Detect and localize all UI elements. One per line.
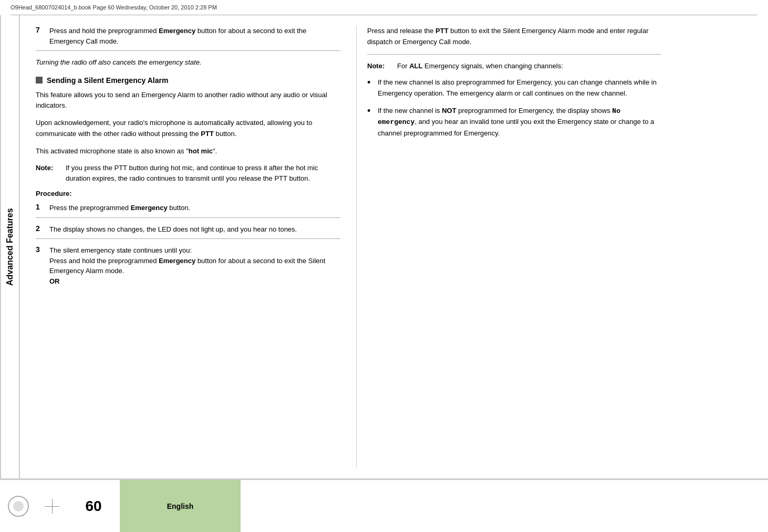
bullet-text-2: If the new channel is NOT preprogrammed …: [378, 106, 661, 139]
para3: This activated microphone state is also …: [36, 146, 340, 157]
all-bold: ALL: [409, 62, 422, 70]
page-number: 60: [85, 498, 101, 515]
right-note-block: Note: For ALL Emergency signals, when ch…: [367, 61, 661, 71]
bullet-dot-2: •: [367, 106, 373, 139]
italic-note: Turning the radio off also cancels the e…: [36, 57, 340, 68]
language-tab: English: [120, 480, 241, 532]
step-2-divider: [36, 238, 340, 239]
right-column: Press and release the PTT button to exit…: [356, 26, 661, 468]
footer: 60 English: [0, 479, 768, 532]
section-icon: [36, 77, 43, 84]
step-1-text: Press the preprogrammed Emergency button…: [49, 203, 190, 213]
logo-area: [0, 480, 37, 532]
right-note-content: For ALL Emergency signals, when changing…: [397, 61, 661, 71]
note-block: Note: If you press the PTT button during…: [36, 163, 340, 183]
sidebar-tab: Advanced Features: [0, 15, 20, 478]
procedure-label: Procedure:: [36, 190, 340, 197]
bullet-item-1: • If the new channel is also preprogramm…: [367, 77, 661, 99]
para1: This feature allows you to send an Emerg…: [36, 90, 340, 112]
right-note-label: Note:: [367, 61, 391, 71]
ptt-bold-2: PTT: [435, 27, 449, 35]
not-bold: NOT: [442, 107, 456, 114]
step-7-divider: [36, 50, 340, 51]
note-content: If you press the PTT button during hot m…: [66, 163, 340, 183]
step-3-text: The silent emergency state continues unt…: [49, 245, 340, 286]
step-2: 2 The display shows no changes, the LED …: [36, 224, 340, 235]
section-heading-text: Sending a Silent Emergency Alarm: [47, 76, 168, 85]
language-label: English: [167, 502, 194, 510]
bullet-text-1: If the new channel is also preprogrammed…: [378, 77, 661, 99]
logo-circle: [8, 496, 29, 517]
bullet-dot-1: •: [367, 77, 373, 99]
step-7-text: Press and hold the preprogrammed Emergen…: [49, 26, 340, 46]
hot-mic-bold: hot mic: [189, 147, 213, 155]
step-1: 1 Press the preprogrammed Emergency butt…: [36, 203, 340, 213]
no-emergency-mono: No emergency: [378, 107, 620, 127]
footer-cross-container: [45, 499, 59, 514]
bullet-list: • If the new channel is also preprogramm…: [367, 77, 661, 139]
step-1-number: 1: [36, 203, 45, 213]
footer-crosshair: [37, 480, 67, 532]
or-label: OR: [49, 277, 60, 285]
right-intro: Press and release the PTT button to exit…: [367, 26, 661, 48]
step-3-number: 3: [36, 245, 45, 286]
right-divider: [367, 54, 661, 55]
step-7-number: 7: [36, 26, 45, 46]
bullet-item-2: • If the new channel is NOT preprogramme…: [367, 106, 661, 139]
note-label: Note:: [36, 163, 59, 183]
logo-inner: [13, 501, 24, 512]
step-1-divider: [36, 217, 340, 218]
para2: Upon acknowledgement, your radio's micro…: [36, 118, 340, 140]
header-bar: O9Head_68007024014_b.book Page 60 Wednes…: [0, 0, 768, 15]
step-2-number: 2: [36, 224, 45, 235]
step-3: 3 The silent emergency state continues u…: [36, 245, 340, 286]
step-2-text: The display shows no changes, the LED do…: [49, 224, 297, 235]
step-7-bold: Emergency: [159, 27, 195, 35]
step-3-bold: Emergency: [159, 257, 195, 265]
step-1-bold: Emergency: [131, 204, 168, 212]
page-number-section: 60: [67, 480, 120, 532]
sidebar-label: Advanced Features: [5, 208, 15, 286]
left-column: 7 Press and hold the preprogrammed Emerg…: [36, 26, 340, 468]
step-7: 7 Press and hold the preprogrammed Emerg…: [36, 26, 340, 46]
section-heading: Sending a Silent Emergency Alarm: [36, 76, 340, 85]
header-text: O9Head_68007024014_b.book Page 60 Wednes…: [11, 4, 217, 11]
ptt-bold-1: PTT: [201, 130, 214, 138]
